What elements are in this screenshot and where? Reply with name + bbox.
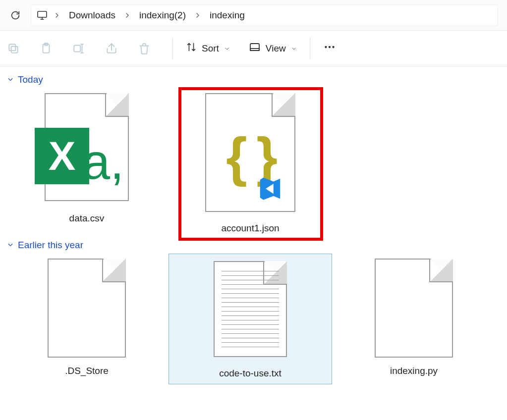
chevron-down-icon	[7, 74, 14, 85]
view-label: View	[266, 43, 286, 54]
sort-label: Sort	[202, 43, 219, 54]
svg-rect-0	[38, 11, 47, 17]
file-name: account1.json	[171, 223, 330, 234]
share-icon[interactable]	[105, 42, 118, 55]
view-button[interactable]: View	[245, 38, 301, 58]
refresh-button[interactable]	[10, 10, 21, 21]
paste-icon[interactable]	[40, 42, 53, 55]
rename-icon[interactable]	[72, 42, 85, 55]
breadcrumb[interactable]: Downloads indexing(2) indexing	[31, 4, 498, 26]
file-name: code-to-use.txt	[171, 368, 329, 379]
toolbar-divider	[310, 38, 310, 59]
svg-rect-1	[11, 46, 18, 52]
group-label: Earlier this year	[18, 240, 83, 251]
svg-rect-7	[250, 49, 259, 51]
file-name: indexing.py	[335, 366, 493, 376]
sort-icon	[186, 42, 197, 55]
breadcrumb-segment[interactable]: indexing	[207, 9, 248, 22]
file-item[interactable]: .DS_Store	[5, 254, 169, 384]
view-icon	[249, 41, 261, 55]
svg-point-8	[325, 46, 327, 48]
file-item[interactable]: { } account1.json	[169, 88, 332, 237]
breadcrumb-segment[interactable]: indexing(2)	[136, 9, 189, 22]
group-header-today[interactable]: Today	[5, 71, 502, 88]
copy-icon[interactable]	[7, 42, 20, 55]
file-name: data.csv	[7, 213, 166, 224]
more-icon	[323, 41, 336, 56]
sort-button[interactable]: Sort	[182, 39, 234, 58]
chevron-down-icon	[291, 43, 297, 54]
group-label: Today	[18, 74, 43, 85]
file-item[interactable]: code-to-use.txt	[169, 254, 332, 384]
vscode-icon	[257, 175, 283, 204]
svg-point-10	[332, 46, 334, 48]
chevron-right-icon[interactable]	[51, 10, 63, 21]
file-pane[interactable]: Today X a, data.csv { }	[0, 66, 507, 394]
file-item[interactable]: indexing.py	[332, 254, 496, 384]
excel-icon: X	[35, 128, 89, 184]
file-name: .DS_Store	[7, 366, 166, 376]
svg-rect-2	[9, 44, 15, 51]
address-bar: Downloads indexing(2) indexing	[0, 0, 507, 31]
breadcrumb-segment[interactable]: Downloads	[66, 9, 118, 22]
delete-icon[interactable]	[138, 42, 151, 55]
text-file-icon	[222, 269, 279, 349]
svg-point-9	[329, 46, 331, 48]
file-item[interactable]: X a, data.csv	[5, 88, 169, 237]
more-button[interactable]	[319, 38, 340, 59]
chevron-down-icon	[7, 240, 14, 251]
svg-rect-6	[250, 44, 259, 51]
chevron-down-icon	[224, 43, 230, 54]
toolbar: Sort View	[0, 31, 507, 66]
csv-icon: a,	[83, 137, 124, 186]
svg-rect-5	[74, 45, 80, 52]
group-header-earlier[interactable]: Earlier this year	[5, 237, 502, 254]
this-pc-icon[interactable]	[36, 9, 48, 21]
chevron-right-icon[interactable]	[192, 10, 204, 21]
chevron-right-icon[interactable]	[121, 10, 133, 21]
toolbar-divider	[172, 38, 173, 59]
